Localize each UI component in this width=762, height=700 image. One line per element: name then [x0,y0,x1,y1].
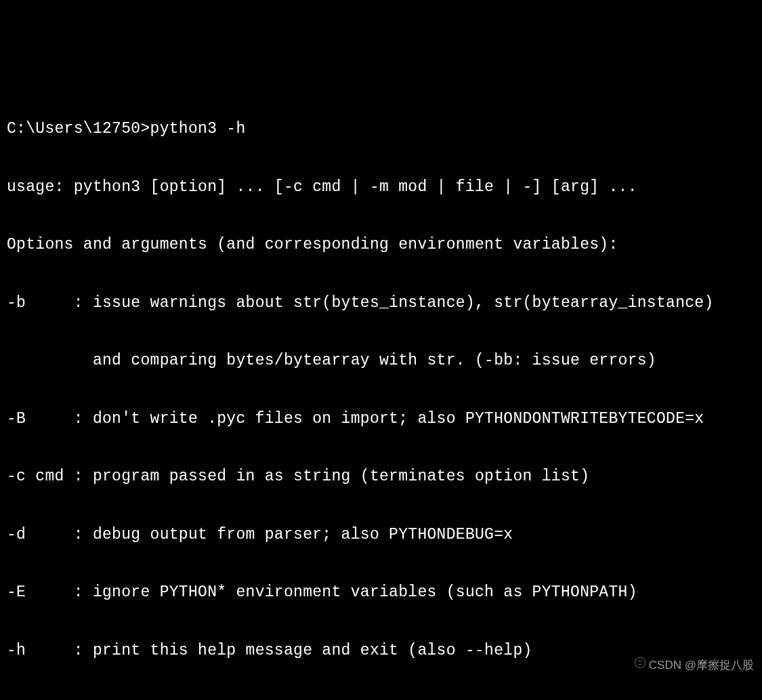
watermark: CSDN @摩擦捉八股 [621,637,754,695]
output-line: and comparing bytes/bytearray with str. … [7,351,755,371]
prompt: C:\Users\12750> [7,120,150,138]
output-line: usage: python3 [option] ... [-c cmd | -m… [7,178,755,197]
output-line: -B : don't write .pyc files on import; a… [7,409,755,429]
watermark-text: CSDN @摩擦捉八股 [649,656,754,676]
output-line: -d : debug output from parser; also PYTH… [7,525,755,545]
command-line: C:\Users\12750>python3 -h [7,119,755,139]
output-line: -b : issue warnings about str(bytes_inst… [7,293,755,313]
output-line: Options and arguments (and corresponding… [7,235,755,255]
output-line: -c cmd : program passed in as string (te… [7,467,755,487]
output-line: -E : ignore PYTHON* environment variable… [7,583,755,602]
csdn-logo-icon [621,637,646,695]
terminal-output: C:\Users\12750>python3 -h usage: python3… [7,81,755,700]
svg-point-0 [635,658,645,668]
command-text: python3 -h [150,120,246,138]
